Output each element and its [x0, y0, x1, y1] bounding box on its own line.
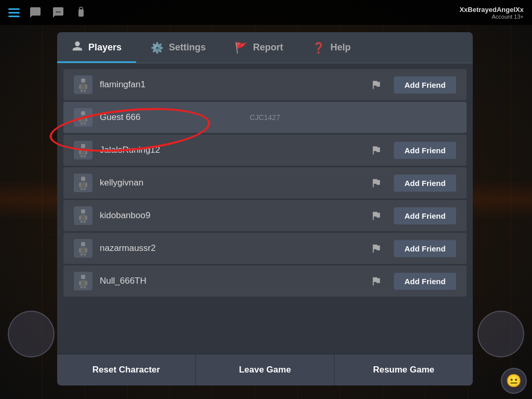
add-friend-button[interactable]: Add Friend — [394, 142, 456, 159]
svg-point-0 — [56, 11, 58, 13]
svg-rect-42 — [79, 281, 81, 285]
svg-rect-19 — [85, 150, 87, 154]
player-avatar — [74, 108, 92, 127]
flag-button[interactable] — [367, 75, 385, 94]
svg-rect-10 — [81, 111, 85, 115]
main-panel: Players ⚙️ Settings 🚩 Report ❓ Help flam… — [57, 32, 473, 385]
svg-rect-45 — [84, 286, 86, 288]
player-name: kidobanboo9 — [100, 210, 367, 221]
svg-rect-31 — [85, 216, 87, 220]
settings-tab-icon: ⚙️ — [151, 42, 164, 54]
player-row[interactable]: Guest 666CJC1427 — [63, 102, 467, 133]
add-friend-button[interactable]: Add Friend — [394, 175, 456, 192]
svg-rect-6 — [79, 85, 81, 89]
joystick-left[interactable] — [8, 311, 55, 357]
player-name: flamingfan1 — [100, 79, 367, 90]
flag-button[interactable] — [367, 174, 385, 192]
svg-rect-40 — [81, 275, 85, 279]
resume-game-button[interactable]: Resume Game — [335, 354, 473, 385]
add-friend-button[interactable]: Add Friend — [394, 240, 456, 257]
svg-rect-37 — [85, 248, 87, 252]
top-bar-left — [8, 5, 88, 20]
player-row[interactable]: flamingfan1Add Friend — [63, 69, 467, 100]
add-friend-button[interactable]: Add Friend — [394, 273, 456, 290]
report-tab-icon: 🚩 — [235, 42, 248, 54]
svg-rect-22 — [81, 177, 85, 181]
player-avatar — [74, 141, 92, 159]
tab-report[interactable]: 🚩 Report — [220, 32, 298, 63]
joystick-right[interactable] — [477, 311, 524, 357]
add-friend-button[interactable]: Add Friend — [394, 76, 456, 94]
add-friend-button[interactable]: Add Friend — [394, 207, 456, 224]
svg-rect-21 — [84, 155, 86, 157]
svg-rect-16 — [81, 144, 85, 148]
player-row[interactable]: kidobanboo9Add Friend — [63, 200, 467, 231]
help-tab-icon: ❓ — [312, 42, 325, 54]
player-row[interactable]: Null_666THAdd Friend — [63, 265, 467, 297]
svg-rect-26 — [81, 188, 83, 190]
tab-report-label: Report — [253, 42, 283, 53]
tab-players-label: Players — [88, 42, 122, 53]
player-name: kellygivnan — [100, 178, 367, 188]
player-row[interactable]: kellygivnanAdd Friend — [63, 167, 467, 198]
svg-point-1 — [58, 11, 59, 13]
svg-rect-32 — [81, 221, 83, 223]
svg-rect-28 — [81, 209, 85, 214]
flag-button[interactable] — [367, 272, 385, 290]
face-button-icon[interactable]: 😐 — [501, 368, 527, 394]
player-center-text: CJC1427 — [250, 113, 280, 122]
username-text: XxBetrayedAngelXx — [459, 6, 524, 14]
account-info: XxBetrayedAngelXx Account 13+ — [459, 6, 524, 20]
player-avatar — [74, 206, 92, 225]
tab-settings[interactable]: ⚙️ Settings — [136, 32, 220, 63]
tab-help[interactable]: ❓ Help — [298, 32, 365, 63]
flag-button[interactable] — [367, 239, 385, 258]
tab-help-label: Help — [330, 42, 351, 53]
svg-rect-44 — [81, 286, 83, 288]
player-row[interactable]: JalalsRuning12Add Friend — [63, 135, 467, 166]
tab-bar: Players ⚙️ Settings 🚩 Report ❓ Help — [57, 32, 473, 63]
svg-rect-9 — [84, 90, 86, 92]
players-tab-icon — [72, 41, 83, 55]
top-bar: XxBetrayedAngelXx Account 13+ — [0, 0, 532, 25]
player-avatar — [74, 174, 92, 192]
chat-bubble-icon[interactable] — [28, 5, 43, 20]
player-row[interactable]: nazarmaussr2Add Friend — [63, 233, 467, 264]
svg-rect-12 — [79, 117, 81, 122]
svg-rect-36 — [79, 248, 81, 252]
svg-point-2 — [59, 11, 61, 13]
svg-rect-25 — [85, 183, 87, 187]
svg-rect-18 — [79, 150, 81, 154]
player-name: JalalsRuning12 — [100, 145, 367, 155]
svg-rect-3 — [78, 9, 84, 17]
svg-rect-39 — [84, 254, 86, 256]
player-avatar — [74, 239, 92, 258]
chat-dots-icon[interactable] — [51, 5, 65, 20]
svg-rect-30 — [79, 216, 81, 220]
svg-rect-27 — [84, 188, 86, 190]
flag-button[interactable] — [367, 206, 385, 225]
svg-rect-14 — [81, 123, 83, 125]
svg-rect-38 — [81, 254, 83, 256]
svg-rect-33 — [84, 221, 86, 223]
svg-rect-8 — [81, 90, 83, 92]
svg-rect-15 — [84, 123, 86, 125]
svg-rect-13 — [85, 117, 87, 122]
svg-rect-34 — [81, 242, 85, 246]
player-name: Null_666TH — [100, 276, 367, 286]
svg-rect-4 — [81, 78, 85, 83]
hamburger-menu-icon[interactable] — [8, 8, 20, 17]
svg-rect-20 — [81, 155, 83, 157]
player-avatar — [74, 272, 92, 290]
bottom-bar: Reset Character Leave Game Resume Game — [57, 354, 473, 385]
leave-game-button[interactable]: Leave Game — [196, 354, 335, 385]
reset-character-button[interactable]: Reset Character — [57, 354, 196, 385]
flag-button[interactable] — [367, 141, 385, 159]
player-avatar — [74, 75, 92, 94]
tab-settings-label: Settings — [169, 42, 206, 53]
svg-rect-43 — [85, 281, 87, 285]
players-list: flamingfan1Add Friend Guest 666CJC1427 J… — [57, 63, 473, 354]
svg-rect-24 — [79, 183, 81, 187]
backpack-icon[interactable] — [74, 5, 88, 20]
tab-players[interactable]: Players — [57, 32, 136, 63]
